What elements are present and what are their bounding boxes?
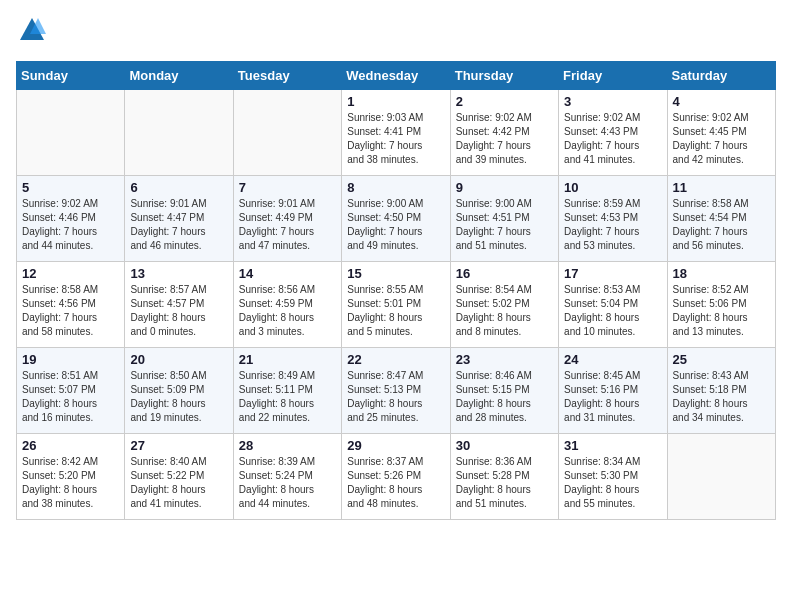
day-number: 12	[22, 266, 119, 281]
day-number: 17	[564, 266, 661, 281]
calendar-cell: 13Sunrise: 8:57 AMSunset: 4:57 PMDayligh…	[125, 262, 233, 348]
day-number: 15	[347, 266, 444, 281]
day-number: 27	[130, 438, 227, 453]
day-info: Sunrise: 8:47 AMSunset: 5:13 PMDaylight:…	[347, 369, 444, 425]
weekday-monday: Monday	[125, 62, 233, 90]
day-number: 25	[673, 352, 770, 367]
day-number: 8	[347, 180, 444, 195]
calendar-cell: 27Sunrise: 8:40 AMSunset: 5:22 PMDayligh…	[125, 434, 233, 520]
calendar-cell: 19Sunrise: 8:51 AMSunset: 5:07 PMDayligh…	[17, 348, 125, 434]
day-number: 9	[456, 180, 553, 195]
day-info: Sunrise: 8:58 AMSunset: 4:56 PMDaylight:…	[22, 283, 119, 339]
day-number: 18	[673, 266, 770, 281]
day-number: 22	[347, 352, 444, 367]
calendar-cell: 1Sunrise: 9:03 AMSunset: 4:41 PMDaylight…	[342, 90, 450, 176]
calendar-cell: 4Sunrise: 9:02 AMSunset: 4:45 PMDaylight…	[667, 90, 775, 176]
day-info: Sunrise: 8:37 AMSunset: 5:26 PMDaylight:…	[347, 455, 444, 511]
calendar-table: SundayMondayTuesdayWednesdayThursdayFrid…	[16, 61, 776, 520]
day-info: Sunrise: 8:58 AMSunset: 4:54 PMDaylight:…	[673, 197, 770, 253]
calendar-cell: 22Sunrise: 8:47 AMSunset: 5:13 PMDayligh…	[342, 348, 450, 434]
day-number: 5	[22, 180, 119, 195]
day-info: Sunrise: 8:43 AMSunset: 5:18 PMDaylight:…	[673, 369, 770, 425]
calendar-cell: 17Sunrise: 8:53 AMSunset: 5:04 PMDayligh…	[559, 262, 667, 348]
weekday-tuesday: Tuesday	[233, 62, 341, 90]
day-info: Sunrise: 8:50 AMSunset: 5:09 PMDaylight:…	[130, 369, 227, 425]
day-number: 2	[456, 94, 553, 109]
day-info: Sunrise: 8:39 AMSunset: 5:24 PMDaylight:…	[239, 455, 336, 511]
day-info: Sunrise: 9:02 AMSunset: 4:45 PMDaylight:…	[673, 111, 770, 167]
day-number: 4	[673, 94, 770, 109]
calendar-cell: 14Sunrise: 8:56 AMSunset: 4:59 PMDayligh…	[233, 262, 341, 348]
calendar-cell: 6Sunrise: 9:01 AMSunset: 4:47 PMDaylight…	[125, 176, 233, 262]
day-info: Sunrise: 9:02 AMSunset: 4:42 PMDaylight:…	[456, 111, 553, 167]
calendar-cell: 28Sunrise: 8:39 AMSunset: 5:24 PMDayligh…	[233, 434, 341, 520]
calendar-cell: 9Sunrise: 9:00 AMSunset: 4:51 PMDaylight…	[450, 176, 558, 262]
day-number: 29	[347, 438, 444, 453]
day-number: 23	[456, 352, 553, 367]
page-header	[16, 16, 776, 49]
day-number: 1	[347, 94, 444, 109]
day-info: Sunrise: 8:53 AMSunset: 5:04 PMDaylight:…	[564, 283, 661, 339]
calendar-cell: 8Sunrise: 9:00 AMSunset: 4:50 PMDaylight…	[342, 176, 450, 262]
day-number: 10	[564, 180, 661, 195]
day-info: Sunrise: 8:57 AMSunset: 4:57 PMDaylight:…	[130, 283, 227, 339]
day-info: Sunrise: 8:36 AMSunset: 5:28 PMDaylight:…	[456, 455, 553, 511]
weekday-row: SundayMondayTuesdayWednesdayThursdayFrid…	[17, 62, 776, 90]
day-info: Sunrise: 8:45 AMSunset: 5:16 PMDaylight:…	[564, 369, 661, 425]
day-info: Sunrise: 8:34 AMSunset: 5:30 PMDaylight:…	[564, 455, 661, 511]
calendar-cell: 24Sunrise: 8:45 AMSunset: 5:16 PMDayligh…	[559, 348, 667, 434]
weekday-thursday: Thursday	[450, 62, 558, 90]
day-info: Sunrise: 9:01 AMSunset: 4:49 PMDaylight:…	[239, 197, 336, 253]
logo-icon	[18, 16, 46, 44]
calendar-cell: 10Sunrise: 8:59 AMSunset: 4:53 PMDayligh…	[559, 176, 667, 262]
calendar-cell: 12Sunrise: 8:58 AMSunset: 4:56 PMDayligh…	[17, 262, 125, 348]
calendar-cell: 23Sunrise: 8:46 AMSunset: 5:15 PMDayligh…	[450, 348, 558, 434]
weekday-saturday: Saturday	[667, 62, 775, 90]
calendar-cell: 29Sunrise: 8:37 AMSunset: 5:26 PMDayligh…	[342, 434, 450, 520]
day-info: Sunrise: 9:01 AMSunset: 4:47 PMDaylight:…	[130, 197, 227, 253]
day-number: 7	[239, 180, 336, 195]
day-info: Sunrise: 8:54 AMSunset: 5:02 PMDaylight:…	[456, 283, 553, 339]
day-number: 30	[456, 438, 553, 453]
day-info: Sunrise: 8:46 AMSunset: 5:15 PMDaylight:…	[456, 369, 553, 425]
day-number: 11	[673, 180, 770, 195]
weekday-wednesday: Wednesday	[342, 62, 450, 90]
weekday-sunday: Sunday	[17, 62, 125, 90]
day-number: 21	[239, 352, 336, 367]
day-info: Sunrise: 9:03 AMSunset: 4:41 PMDaylight:…	[347, 111, 444, 167]
day-info: Sunrise: 8:51 AMSunset: 5:07 PMDaylight:…	[22, 369, 119, 425]
day-number: 16	[456, 266, 553, 281]
day-info: Sunrise: 9:02 AMSunset: 4:43 PMDaylight:…	[564, 111, 661, 167]
calendar-cell: 31Sunrise: 8:34 AMSunset: 5:30 PMDayligh…	[559, 434, 667, 520]
day-number: 31	[564, 438, 661, 453]
day-number: 3	[564, 94, 661, 109]
day-info: Sunrise: 9:00 AMSunset: 4:51 PMDaylight:…	[456, 197, 553, 253]
day-number: 24	[564, 352, 661, 367]
week-row-2: 5Sunrise: 9:02 AMSunset: 4:46 PMDaylight…	[17, 176, 776, 262]
calendar-header: SundayMondayTuesdayWednesdayThursdayFrid…	[17, 62, 776, 90]
weekday-friday: Friday	[559, 62, 667, 90]
calendar-cell: 11Sunrise: 8:58 AMSunset: 4:54 PMDayligh…	[667, 176, 775, 262]
calendar-cell: 7Sunrise: 9:01 AMSunset: 4:49 PMDaylight…	[233, 176, 341, 262]
calendar-cell	[125, 90, 233, 176]
week-row-3: 12Sunrise: 8:58 AMSunset: 4:56 PMDayligh…	[17, 262, 776, 348]
day-info: Sunrise: 9:00 AMSunset: 4:50 PMDaylight:…	[347, 197, 444, 253]
calendar-cell: 3Sunrise: 9:02 AMSunset: 4:43 PMDaylight…	[559, 90, 667, 176]
calendar-cell: 2Sunrise: 9:02 AMSunset: 4:42 PMDaylight…	[450, 90, 558, 176]
day-number: 13	[130, 266, 227, 281]
calendar-cell: 30Sunrise: 8:36 AMSunset: 5:28 PMDayligh…	[450, 434, 558, 520]
calendar-body: 1Sunrise: 9:03 AMSunset: 4:41 PMDaylight…	[17, 90, 776, 520]
day-number: 6	[130, 180, 227, 195]
day-info: Sunrise: 8:52 AMSunset: 5:06 PMDaylight:…	[673, 283, 770, 339]
calendar-cell: 20Sunrise: 8:50 AMSunset: 5:09 PMDayligh…	[125, 348, 233, 434]
day-info: Sunrise: 9:02 AMSunset: 4:46 PMDaylight:…	[22, 197, 119, 253]
day-number: 26	[22, 438, 119, 453]
calendar-cell	[667, 434, 775, 520]
calendar-cell: 16Sunrise: 8:54 AMSunset: 5:02 PMDayligh…	[450, 262, 558, 348]
calendar-cell: 26Sunrise: 8:42 AMSunset: 5:20 PMDayligh…	[17, 434, 125, 520]
day-number: 28	[239, 438, 336, 453]
calendar-cell: 18Sunrise: 8:52 AMSunset: 5:06 PMDayligh…	[667, 262, 775, 348]
day-info: Sunrise: 8:42 AMSunset: 5:20 PMDaylight:…	[22, 455, 119, 511]
week-row-5: 26Sunrise: 8:42 AMSunset: 5:20 PMDayligh…	[17, 434, 776, 520]
calendar-cell: 21Sunrise: 8:49 AMSunset: 5:11 PMDayligh…	[233, 348, 341, 434]
